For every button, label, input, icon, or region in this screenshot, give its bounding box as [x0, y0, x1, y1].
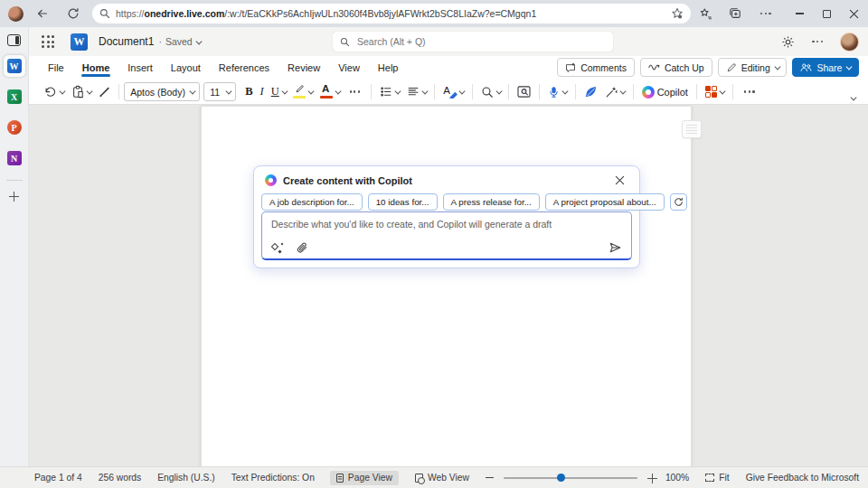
search-input[interactable] — [355, 35, 606, 48]
navigation-pane-button[interactable] — [514, 83, 534, 100]
ribbon-more-button[interactable] — [738, 88, 761, 95]
rewrite-sparkle-icon[interactable] — [271, 242, 283, 254]
refresh-button[interactable] — [61, 4, 85, 23]
font-size-select[interactable]: 11 — [203, 82, 236, 101]
page-view-button[interactable]: Page View — [330, 471, 399, 485]
refresh-suggestions-button[interactable] — [670, 193, 687, 211]
fit-button[interactable]: Fit — [699, 471, 735, 485]
language[interactable]: English (U.S.) — [157, 473, 215, 483]
sidebar-item-excel[interactable]: X — [4, 86, 25, 108]
sidebar-item-powerpoint[interactable]: P — [4, 117, 25, 138]
font-color-button[interactable]: A — [316, 82, 344, 101]
ribbon-tabs: File Home Insert Layout References Revie… — [40, 59, 406, 77]
catch-up-button[interactable]: Catch Up — [640, 58, 712, 77]
magic-wand-button[interactable] — [601, 83, 628, 101]
suggestion-chip-job-description[interactable]: A job description for... — [261, 193, 363, 211]
bold-icon: B — [245, 85, 252, 99]
send-button[interactable] — [609, 241, 622, 254]
ribbon-separator — [732, 84, 733, 99]
suggestion-chip-press-release[interactable]: A press release for... — [443, 193, 540, 211]
zoom-out-button[interactable] — [486, 477, 494, 478]
header-more-icon[interactable] — [809, 41, 826, 42]
comments-button[interactable]: Comments — [557, 58, 635, 77]
copilot-suggestion-chips: A job description for... 10 ideas for...… — [254, 191, 639, 211]
document-title-group[interactable]: Document1 · Saved — [99, 35, 200, 48]
paste-button[interactable] — [68, 82, 95, 101]
tab-layout[interactable]: Layout — [163, 59, 209, 77]
zoom-slider-thumb[interactable] — [557, 474, 565, 482]
tab-insert[interactable]: Insert — [119, 59, 161, 77]
tab-view[interactable]: View — [330, 59, 368, 77]
editor-quill-icon — [584, 86, 598, 99]
address-bar[interactable]: https://onedrive.live.com/:w:/t/EaCKkPs6… — [92, 4, 691, 23]
suggestion-chip-project-proposal[interactable]: A project proposal about... — [545, 193, 665, 211]
sidebar-add-icon[interactable] — [9, 192, 19, 202]
save-status[interactable]: · Saved — [158, 36, 200, 47]
copilot-label: Copilot — [657, 87, 688, 98]
styles-icon: A — [443, 85, 457, 99]
tab-help[interactable]: Help — [370, 59, 407, 77]
zoom-slider[interactable] — [504, 473, 637, 483]
close-icon — [849, 9, 859, 19]
browser-menu-icon[interactable] — [758, 13, 774, 14]
underline-button[interactable]: U — [268, 82, 290, 101]
back-button[interactable] — [31, 4, 54, 23]
undo-button[interactable] — [40, 83, 68, 101]
tab-home[interactable]: Home — [74, 59, 118, 77]
italic-button[interactable]: I — [257, 82, 268, 101]
sidebar-toggle-icon[interactable] — [7, 34, 21, 46]
zoom-in-button[interactable] — [647, 474, 656, 482]
document-canvas[interactable]: Create content with Copilot A job descri… — [29, 105, 868, 466]
tab-references[interactable]: References — [211, 59, 278, 77]
highlight-button[interactable] — [289, 82, 316, 101]
align-button[interactable] — [403, 83, 430, 100]
prompt-textarea[interactable] — [262, 212, 631, 239]
tab-review[interactable]: Review — [279, 59, 328, 77]
copilot-button[interactable]: Copilot — [638, 83, 692, 101]
gear-icon[interactable] — [781, 35, 795, 49]
copilot-prompt-input[interactable] — [261, 211, 632, 260]
font-more-button[interactable] — [344, 88, 367, 95]
suggestion-chip-ideas[interactable]: 10 ideas for... — [368, 193, 438, 211]
margin-comment-button[interactable] — [682, 120, 702, 138]
feedback-link[interactable]: Give Feedback to Microsoft — [746, 473, 859, 483]
app-launcher-icon[interactable] — [42, 35, 54, 48]
web-view-button[interactable]: Web View — [409, 471, 476, 485]
word-count[interactable]: 256 words — [99, 473, 142, 483]
sidebar-item-onenote[interactable]: N — [4, 147, 25, 169]
text-predictions[interactable]: Text Predictions: On — [231, 473, 315, 483]
sidebar-item-word[interactable]: W — [4, 55, 25, 77]
document-title[interactable]: Document1 — [99, 35, 154, 48]
browser-profile-avatar[interactable] — [8, 6, 24, 22]
document-page[interactable] — [201, 106, 692, 466]
tab-file[interactable]: File — [40, 59, 72, 77]
copilot-close-button[interactable] — [611, 174, 628, 187]
bold-button[interactable]: B — [241, 82, 256, 101]
collections-icon[interactable] — [729, 7, 741, 20]
bookmark-star-icon[interactable] — [671, 7, 684, 20]
magic-wand-icon — [605, 86, 618, 99]
editing-mode-button[interactable]: Editing — [718, 58, 788, 77]
designer-button[interactable] — [702, 83, 728, 101]
zoom-level[interactable]: 100% — [665, 473, 689, 483]
word-logo-icon[interactable]: W — [71, 33, 88, 51]
page-count[interactable]: Page 1 of 4 — [34, 473, 82, 483]
maximize-button[interactable] — [814, 4, 841, 23]
app-search-box[interactable] — [333, 32, 613, 52]
favorites-icon[interactable] — [700, 7, 712, 20]
minimize-button[interactable] — [787, 4, 814, 23]
page-view-icon — [336, 474, 344, 483]
editor-button[interactable] — [580, 83, 601, 101]
ribbon-collapse-button[interactable] — [851, 88, 855, 104]
attach-paperclip-icon[interactable] — [297, 241, 308, 254]
back-arrow-icon — [36, 7, 49, 20]
font-name-select[interactable]: Aptos (Body) — [124, 82, 200, 101]
styles-button[interactable]: A — [439, 82, 467, 101]
find-button[interactable] — [477, 83, 505, 101]
close-button[interactable] — [841, 4, 868, 23]
account-avatar[interactable] — [840, 33, 859, 52]
dictate-button[interactable] — [544, 83, 571, 101]
format-painter-button[interactable] — [94, 83, 114, 101]
share-button[interactable]: Share — [792, 58, 859, 77]
bullet-list-button[interactable] — [376, 83, 403, 100]
